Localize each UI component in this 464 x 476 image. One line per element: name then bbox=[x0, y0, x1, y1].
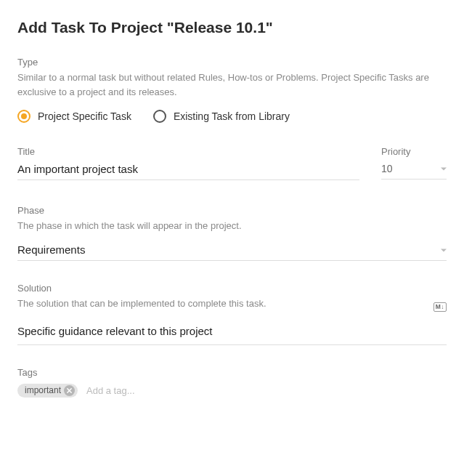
priority-select[interactable]: 10 bbox=[381, 160, 447, 179]
solution-description: The solution that can be implemented to … bbox=[17, 297, 434, 311]
chevron-down-icon bbox=[441, 168, 447, 171]
tags-label: Tags bbox=[17, 367, 447, 378]
type-section: Type Similar to a normal task but withou… bbox=[17, 57, 447, 123]
radio-label: Project Specific Task bbox=[38, 110, 131, 122]
phase-value: Requirements bbox=[17, 243, 85, 256]
radio-selected-icon bbox=[17, 110, 30, 123]
type-description: Similar to a normal task but without rel… bbox=[17, 70, 447, 100]
priority-label: Priority bbox=[381, 146, 447, 157]
solution-textarea[interactable]: Specific guidance relevant to this proje… bbox=[17, 325, 447, 345]
phase-description: The phase in which the task will appear … bbox=[17, 219, 447, 233]
solution-label: Solution bbox=[17, 283, 434, 294]
title-input[interactable] bbox=[17, 160, 359, 180]
title-label: Title bbox=[17, 146, 359, 157]
markdown-icon: M↓ bbox=[434, 302, 447, 312]
phase-label: Phase bbox=[17, 205, 447, 216]
tags-section: Tags important bbox=[17, 367, 447, 398]
tag-label: important bbox=[25, 385, 61, 395]
page-title: Add Task To Project "Release 10.1" bbox=[17, 19, 447, 36]
close-icon[interactable] bbox=[64, 385, 75, 396]
radio-unselected-icon bbox=[153, 110, 166, 123]
solution-value: Specific guidance relevant to this proje… bbox=[17, 325, 212, 337]
phase-section: Phase The phase in which the task will a… bbox=[17, 205, 447, 261]
priority-value: 10 bbox=[381, 163, 393, 174]
phase-select[interactable]: Requirements bbox=[17, 241, 447, 261]
tag-input[interactable] bbox=[85, 384, 210, 397]
tag-chip-important[interactable]: important bbox=[17, 384, 78, 398]
radio-label: Existing Task from Library bbox=[174, 110, 290, 122]
radio-project-specific-task[interactable]: Project Specific Task bbox=[17, 110, 131, 123]
type-radio-group: Project Specific Task Existing Task from… bbox=[17, 110, 447, 123]
radio-existing-task-from-library[interactable]: Existing Task from Library bbox=[153, 110, 290, 123]
chevron-down-icon bbox=[441, 249, 447, 252]
type-label: Type bbox=[17, 57, 447, 68]
solution-section: Solution The solution that can be implem… bbox=[17, 283, 447, 344]
